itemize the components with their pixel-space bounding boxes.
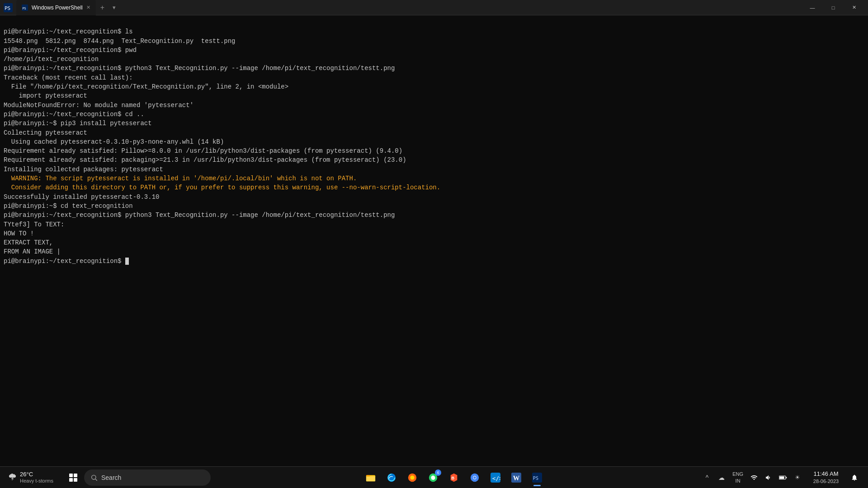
clock-date: 28-06-2023 (813, 478, 839, 484)
brightness-icon[interactable]: ☀ (791, 471, 804, 484)
terminal-line: pi@brainypi:~/text_recognition$ ls (4, 27, 864, 36)
terminal-line: Collecting pytesseract (4, 128, 864, 137)
tab-close-button[interactable]: ✕ (86, 5, 90, 10)
svg-point-4 (92, 475, 96, 479)
taskbar: 🌩 26°C Heavy t-storms Search 6B</>WPS ^ … (0, 466, 868, 488)
terminal-line: pi@brainypi:~/text_recognition$ pwd (4, 46, 864, 55)
badge-whatsapp: 6 (435, 469, 441, 476)
taskbar-icon-edge-browser[interactable] (382, 468, 401, 488)
clock-time: 11:46 AM (814, 470, 839, 478)
wifi-icon[interactable] (748, 471, 760, 484)
maximize-button[interactable]: □ (823, 0, 844, 15)
window-controls: — □ ✕ (802, 0, 864, 15)
terminal-line: FROM AN IMAGE | (4, 247, 864, 256)
terminal-line: Using cached pytesseract-0.3.10-py3-none… (4, 137, 864, 146)
clock[interactable]: 11:46 AM 28-06-2023 (806, 470, 846, 484)
terminal-line: TYtef3] To TEXT: (4, 220, 864, 229)
taskbar-icon-powershell[interactable]: PS (527, 468, 547, 488)
svg-rect-7 (366, 476, 375, 481)
weather-text: 26°C Heavy t-storms (20, 471, 53, 484)
close-button[interactable]: ✕ (844, 0, 864, 15)
search-label: Search (101, 474, 121, 481)
show-hidden-icons-button[interactable]: ^ (701, 471, 713, 484)
onedrive-icon[interactable]: ☁ (715, 471, 728, 484)
terminal-line: pi@brainypi:~/text_recognition$ python3 … (4, 211, 864, 220)
terminal-line: Requirement already satisfied: packaging… (4, 155, 864, 164)
powershell-tab[interactable]: PS Windows PowerShell ✕ (16, 0, 96, 15)
minimize-button[interactable]: — (802, 0, 823, 15)
terminal-line: pi@brainypi:~$ pip3 install pytesseract (4, 119, 864, 128)
taskbar-icon-chrome[interactable] (465, 468, 485, 488)
terminal-line: Requirement already satisfied: Pillow>=8… (4, 146, 864, 155)
search-icon (90, 474, 98, 481)
language-indicator[interactable]: ENG IN (730, 471, 746, 484)
start-button[interactable] (64, 469, 82, 487)
taskbar-icon-file-explorer[interactable] (361, 468, 381, 488)
notification-button[interactable] (848, 471, 861, 484)
svg-text:PS: PS (533, 475, 538, 480)
terminal-line: File "/home/pi/text_recognition/Text_Rec… (4, 82, 864, 91)
taskbar-icon-vscode[interactable]: </> (486, 468, 505, 488)
weather-description: Heavy t-storms (20, 478, 53, 484)
terminal-line: pi@brainypi:~$ cd text_recognition (4, 202, 864, 211)
windows-logo-icon (69, 474, 77, 482)
svg-text:PS: PS (22, 6, 26, 10)
terminal-line: HOW TO ! (4, 229, 864, 238)
new-tab-button[interactable]: + (97, 4, 108, 12)
terminal-line: 15548.png 5812.png 8744.png Text_Recogni… (4, 37, 864, 46)
terminal-line: Consider adding this directory to PATH o… (4, 183, 864, 192)
terminal-line: Successfully installed pytesseract-0.3.1… (4, 192, 864, 202)
lang-primary: ENG (732, 471, 743, 477)
taskbar-icon-firefox[interactable] (402, 468, 422, 488)
taskbar-icon-brave[interactable]: B (444, 468, 464, 488)
weather-icon: 🌩 (8, 472, 17, 483)
weather-widget[interactable]: 🌩 26°C Heavy t-storms (4, 471, 62, 484)
terminal-line: ModuleNotFoundError: No module named 'py… (4, 101, 864, 110)
weather-temperature: 26°C (20, 471, 53, 478)
svg-rect-25 (786, 477, 787, 478)
terminal-line: import pytesseract (4, 91, 864, 100)
tab-bar: PS Windows PowerShell ✕ + ▾ (16, 0, 802, 15)
terminal-cursor (125, 258, 129, 265)
terminal-line: pi@brainypi:~/text_recognition$ python3 … (4, 64, 864, 73)
svg-text:W: W (513, 474, 520, 481)
svg-text:</>: </> (492, 474, 500, 481)
svg-rect-8 (366, 475, 370, 476)
system-tray: ^ ☁ ENG IN ☀ 11:46 AM 28-06-2023 (697, 470, 864, 484)
terminal-line: WARNING: The script pytesseract is insta… (4, 174, 864, 183)
search-bar[interactable]: Search (84, 469, 211, 486)
battery-icon[interactable] (777, 471, 789, 484)
svg-line-5 (95, 479, 97, 481)
terminal-area[interactable]: pi@brainypi:~/text_recognition$ ls15548.… (0, 15, 868, 466)
terminal-line: Traceback (most recent call last): (4, 73, 864, 82)
terminal-line: EXTRACT TEXT, (4, 238, 864, 247)
terminal-line: /home/pi/text_recognition (4, 55, 864, 64)
svg-rect-26 (779, 476, 784, 479)
svg-text:PS: PS (5, 5, 10, 11)
svg-point-11 (410, 475, 414, 479)
svg-text:B: B (452, 475, 455, 480)
volume-icon[interactable] (762, 471, 775, 484)
terminal-line: Installing collected packages: pytessera… (4, 165, 864, 174)
app-icon: PS (4, 3, 13, 12)
tab-dropdown-button[interactable]: ▾ (109, 4, 119, 11)
titlebar: PS PS Windows PowerShell ✕ + ▾ — □ ✕ (0, 0, 868, 15)
taskbar-icon-word[interactable]: W (506, 468, 526, 488)
taskbar-icon-group: 6B</>WPS (212, 468, 695, 488)
tab-label: Windows PowerShell (32, 5, 83, 11)
terminal-line: pi@brainypi:~/text_recognition$ cd .. (4, 110, 864, 119)
taskbar-icon-whatsapp[interactable]: 6 (423, 468, 443, 488)
lang-secondary: IN (736, 478, 741, 484)
terminal-line: pi@brainypi:~/text_recognition$ (4, 257, 864, 266)
svg-point-17 (473, 476, 476, 479)
